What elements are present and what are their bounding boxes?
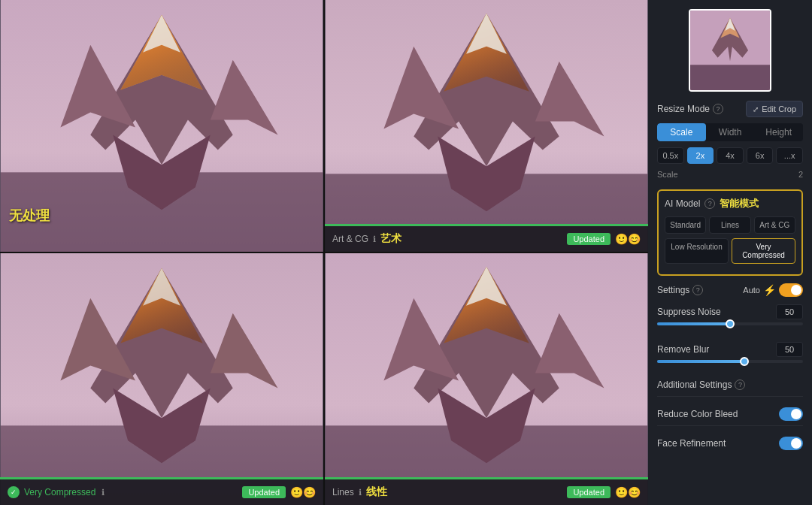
image-grid: 无处理	[0, 0, 648, 505]
remove-blur-section: Remove Blur 50	[648, 342, 812, 370]
lines-updated: Updated	[567, 486, 611, 498]
suppress-noise-label: Suppress Noise	[657, 307, 721, 317]
edit-crop-button[interactable]: ⤢ Edit Crop	[746, 101, 803, 117]
reduce-color-bleed-row: Reduce Color Bleed	[648, 403, 812, 425]
suppress-noise-row: Suppress Noise 50	[657, 304, 803, 319]
model-btn-very-compressed[interactable]: Very Compressed	[732, 238, 795, 264]
scale-value: 2	[798, 170, 803, 179]
tab-scale[interactable]: Scale	[657, 123, 706, 141]
vc-badge-bottom: ✓ Very Compressed ℹ Updated 🙂😊	[0, 479, 323, 505]
tab-height[interactable]: Height	[754, 123, 803, 141]
tab-width[interactable]: Width	[706, 123, 755, 141]
art-model-name: 艺术	[380, 232, 401, 246]
suppress-noise-fill	[657, 322, 730, 325]
model-btn-low-res[interactable]: Low Resolution	[665, 238, 729, 264]
settings-help[interactable]: ?	[692, 285, 703, 295]
ai-model-header: AI Model ? 智能模式	[665, 197, 795, 210]
vc-text: Very Compressed	[24, 487, 95, 497]
scale-btn-4x[interactable]: 4x	[717, 147, 744, 164]
lines-badge: Lines ℹ 线性 Updated 🙂😊	[325, 479, 648, 505]
settings-right: Auto ⚡	[743, 283, 803, 297]
scale-btn-6x[interactable]: 6x	[747, 147, 774, 164]
settings-header: Settings ? Auto ⚡	[648, 283, 812, 297]
lines-model-name: 线性	[366, 485, 387, 499]
settings-label-group: Settings ?	[657, 285, 703, 295]
suppress-noise-track[interactable]	[657, 322, 803, 325]
resize-mode-label: Resize Mode ?	[657, 104, 723, 114]
face-refinement-toggle[interactable]	[779, 437, 803, 450]
cell-label-no-processing: 无处理	[9, 207, 50, 225]
ai-model-help[interactable]: ?	[704, 198, 715, 209]
suppress-noise-section: Suppress Noise 50	[648, 304, 812, 333]
ai-model-row1: Standard Lines Art & CG	[665, 216, 795, 234]
lightning-icon: ⚡	[763, 284, 776, 296]
thumbnail-container	[648, 0, 812, 101]
model-btn-standard[interactable]: Standard	[665, 216, 706, 234]
scale-value-row: Scale 2	[657, 170, 803, 179]
reduce-color-bleed-label: Reduce Color Bleed	[657, 409, 738, 419]
remove-blur-label: Remove Blur	[657, 344, 709, 355]
lines-emoji[interactable]: 🙂😊	[615, 486, 641, 498]
settings-auto-toggle[interactable]	[779, 283, 803, 297]
face-refinement-row: Face Refinement	[648, 432, 812, 455]
remove-blur-track[interactable]	[657, 360, 803, 363]
grid-cell-art: Art & CG ℹ 艺术 Updated 🙂😊	[325, 0, 648, 252]
grid-cell-no-processing: 无处理	[0, 0, 323, 252]
right-panel: Resize Mode ? ⤢ Edit Crop Scale Width He…	[648, 0, 812, 505]
art-emoji[interactable]: 🙂😊	[615, 233, 641, 245]
resize-mode-help[interactable]: ?	[713, 104, 723, 114]
model-btn-art-cg[interactable]: Art & CG	[754, 216, 795, 234]
ai-model-name: 智能模式	[720, 197, 759, 210]
art-updated: Updated	[567, 233, 611, 245]
lines-model-prefix: Lines	[332, 487, 354, 497]
additional-settings-help[interactable]: ?	[735, 380, 745, 390]
svg-rect-37	[690, 65, 770, 90]
ai-model-label: AI Model	[665, 198, 700, 209]
reduce-color-bleed-toggle[interactable]	[779, 407, 803, 421]
scale-btn-custom[interactable]: ...x	[776, 147, 803, 164]
thumbnail	[689, 9, 771, 92]
face-refinement-label: Face Refinement	[657, 438, 726, 449]
ai-model-section: AI Model ? 智能模式 Standard Lines Art & CG …	[657, 189, 803, 276]
vc-emoji[interactable]: 🙂😊	[290, 486, 316, 498]
remove-blur-value[interactable]: 50	[776, 342, 803, 357]
resize-mode-row: Resize Mode ? ⤢ Edit Crop	[657, 101, 803, 117]
ai-model-row2: Low Resolution Very Compressed	[665, 238, 795, 264]
scale-btn-0.5x[interactable]: 0.5x	[657, 147, 684, 164]
divider-2	[657, 425, 803, 426]
settings-label: Settings	[657, 285, 689, 295]
suppress-noise-value[interactable]: 50	[776, 304, 803, 319]
resize-mode-section: Resize Mode ? ⤢ Edit Crop Scale Width He…	[648, 101, 812, 182]
scale-label: Scale	[657, 170, 678, 179]
grid-cell-lines: Lines ℹ 线性 Updated 🙂😊	[325, 253, 648, 505]
model-btn-lines[interactable]: Lines	[709, 216, 750, 234]
art-model-prefix: Art & CG	[332, 234, 368, 244]
vc-indicator: ✓	[8, 486, 20, 498]
art-badge: Art & CG ℹ 艺术 Updated 🙂😊	[325, 226, 648, 252]
auto-label: Auto	[743, 286, 760, 295]
scale-button-group: 0.5x 2x 4x 6x ...x	[657, 147, 803, 164]
remove-blur-fill	[657, 360, 744, 363]
thumbnail-image	[690, 11, 770, 90]
additional-settings-label: Additional Settings	[657, 380, 732, 390]
divider-1	[657, 396, 803, 397]
grid-cell-very-compressed: ✓ Very Compressed ℹ Updated 🙂😊	[0, 253, 323, 505]
remove-blur-thumb[interactable]	[740, 357, 749, 366]
remove-blur-row: Remove Blur 50	[657, 342, 803, 357]
resize-tab-group: Scale Width Height	[657, 123, 803, 141]
vc-updated: Updated	[242, 486, 286, 498]
scale-btn-2x[interactable]: 2x	[687, 147, 714, 164]
suppress-noise-thumb[interactable]	[726, 319, 735, 328]
additional-settings-header: Additional Settings ?	[648, 380, 812, 390]
